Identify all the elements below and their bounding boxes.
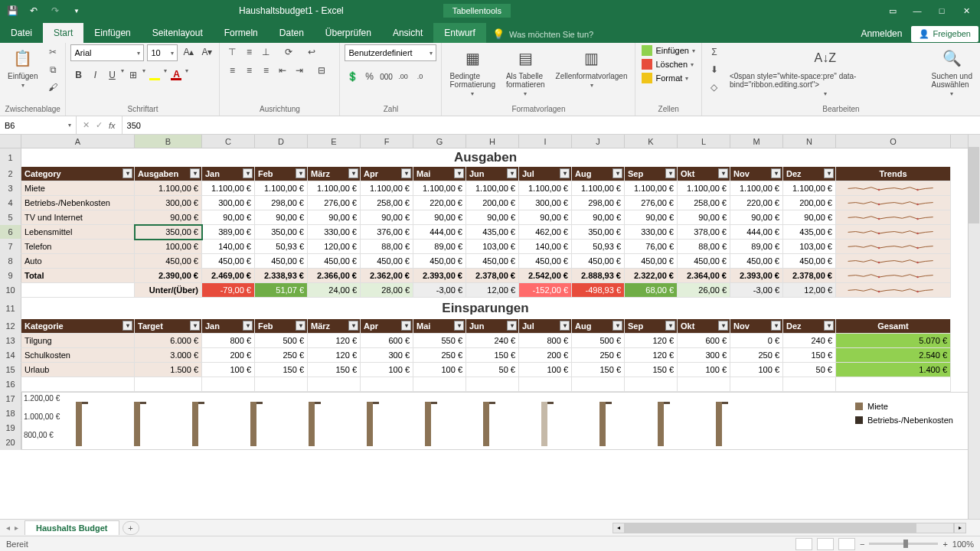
budget-cell[interactable]: 450,00 €: [135, 254, 202, 269]
row-header[interactable]: 17: [0, 392, 21, 406]
value-cell[interactable]: 103,00 €: [783, 240, 836, 254]
filter-icon[interactable]: ▾: [348, 321, 358, 331]
value-cell[interactable]: 90,00 €: [783, 210, 836, 225]
name-box[interactable]: B6▾: [0, 116, 77, 134]
col-header-I[interactable]: I: [519, 135, 572, 148]
row-header[interactable]: 18: [0, 406, 21, 421]
col-header-M[interactable]: M: [730, 135, 783, 148]
budget-cell[interactable]: 350,00 €: [135, 225, 202, 240]
diff-cell[interactable]: 51,07 €: [255, 283, 308, 298]
worksheet-grid[interactable]: ABCDEFGHIJKLMNO 1Ausgaben2Category▾Ausga…: [0, 135, 980, 450]
filter-icon[interactable]: ▾: [507, 168, 517, 178]
cell[interactable]: 800 €: [202, 334, 255, 348]
row-header[interactable]: 19: [0, 421, 21, 435]
cell[interactable]: 550 €: [413, 334, 466, 348]
gesamt-cell[interactable]: 2.540 €: [836, 348, 951, 363]
budget-cell[interactable]: 100,00 €: [135, 240, 202, 254]
cell[interactable]: 100 €: [678, 363, 730, 377]
unter-ueber-label[interactable]: Unter/(Über): [135, 283, 202, 298]
row-header[interactable]: 11: [0, 298, 21, 319]
filter-icon[interactable]: ▾: [348, 168, 358, 178]
align-left-icon[interactable]: ≡: [224, 63, 240, 78]
diff-cell[interactable]: -3,00 €: [730, 283, 783, 298]
align-right-icon[interactable]: ≡: [258, 63, 273, 78]
table-header[interactable]: Nov▾: [730, 167, 783, 181]
cell[interactable]: [135, 377, 202, 392]
sparkline-cell[interactable]: [836, 283, 951, 298]
col-header-E[interactable]: E: [308, 135, 361, 148]
sparkline-cell[interactable]: [836, 240, 951, 254]
share-button[interactable]: 👤 Freigeben: [911, 26, 978, 42]
row-header[interactable]: 13: [0, 334, 21, 348]
filter-icon[interactable]: ▾: [454, 321, 464, 331]
col-header-C[interactable]: C: [202, 135, 255, 148]
insert-cells-button[interactable]: Einfügen▾: [640, 44, 696, 57]
underline-button[interactable]: U: [104, 67, 119, 83]
cell[interactable]: [572, 377, 625, 392]
value-cell[interactable]: 90,00 €: [361, 210, 413, 225]
budget-cell[interactable]: 300,00 €: [135, 196, 202, 210]
table-header[interactable]: Mai▾: [413, 319, 466, 334]
col-header-K[interactable]: K: [625, 135, 678, 148]
clear-icon[interactable]: ◇: [707, 80, 722, 95]
table-header[interactable]: Aug▾: [572, 167, 625, 181]
percent-format-icon[interactable]: %: [361, 69, 377, 84]
copy-icon[interactable]: ⧉: [45, 62, 60, 77]
filter-icon[interactable]: ▾: [122, 321, 132, 331]
cell[interactable]: [783, 377, 836, 392]
comma-format-icon[interactable]: 000: [378, 69, 394, 84]
cell[interactable]: 2.362,00 €: [361, 269, 413, 283]
value-cell[interactable]: 1.100,00 €: [783, 181, 836, 196]
zoom-in-icon[interactable]: +: [942, 540, 947, 549]
row-header[interactable]: 10: [0, 283, 21, 298]
tab-file[interactable]: Datei: [0, 23, 43, 43]
diff-cell[interactable]: -79,00 €: [202, 283, 255, 298]
col-header-L[interactable]: L: [678, 135, 730, 148]
value-cell[interactable]: 298,00 €: [255, 196, 308, 210]
value-cell[interactable]: 300,00 €: [519, 196, 572, 210]
cell[interactable]: [678, 377, 730, 392]
align-center-icon[interactable]: ≡: [241, 63, 256, 78]
table-header[interactable]: Jun▾: [466, 167, 519, 181]
col-header-N[interactable]: N: [783, 135, 836, 148]
diff-cell[interactable]: 24,00 €: [308, 283, 361, 298]
cell[interactable]: 240 €: [466, 334, 519, 348]
enter-formula-icon[interactable]: ✓: [96, 120, 103, 130]
cell[interactable]: [519, 377, 572, 392]
value-cell[interactable]: 1.100,00 €: [308, 181, 361, 196]
value-cell[interactable]: 120,00 €: [308, 240, 361, 254]
total-label[interactable]: Total: [21, 269, 135, 283]
value-cell[interactable]: 90,00 €: [413, 210, 466, 225]
row-header[interactable]: 9: [0, 269, 21, 283]
sign-in-link[interactable]: Anmelden: [853, 24, 910, 43]
cell[interactable]: 50 €: [783, 363, 836, 377]
maximize-icon[interactable]: □: [931, 2, 952, 19]
table-header[interactable]: Apr▾: [361, 319, 413, 334]
row-header[interactable]: 16: [0, 377, 21, 392]
filter-icon[interactable]: ▾: [401, 168, 411, 178]
bold-button[interactable]: B: [70, 67, 86, 83]
cell[interactable]: 2.364,00 €: [678, 269, 730, 283]
diff-cell[interactable]: 68,00 €: [625, 283, 678, 298]
diff-cell[interactable]: 26,00 €: [678, 283, 730, 298]
value-cell[interactable]: 1.100,00 €: [572, 181, 625, 196]
table-header[interactable]: Jul▾: [519, 319, 572, 334]
sparkline-cell[interactable]: [836, 225, 951, 240]
value-cell[interactable]: 90,00 €: [572, 210, 625, 225]
cell[interactable]: 100 €: [519, 363, 572, 377]
cell[interactable]: 120 €: [625, 334, 678, 348]
redo-icon[interactable]: ↷: [46, 2, 64, 19]
increase-decimal-icon[interactable]: .00: [395, 69, 410, 84]
col-header-O[interactable]: O: [836, 135, 951, 148]
filter-icon[interactable]: ▾: [665, 321, 675, 331]
cell[interactable]: 100 €: [361, 363, 413, 377]
table-header[interactable]: Feb▾: [255, 167, 308, 181]
cut-icon[interactable]: ✂: [45, 44, 60, 60]
filter-icon[interactable]: ▾: [771, 168, 781, 178]
value-cell[interactable]: 444,00 €: [730, 225, 783, 240]
cell[interactable]: 50 €: [466, 363, 519, 377]
filter-icon[interactable]: ▾: [507, 321, 517, 331]
cell[interactable]: 250 €: [730, 348, 783, 363]
value-cell[interactable]: 435,00 €: [466, 225, 519, 240]
cell[interactable]: [836, 298, 951, 319]
